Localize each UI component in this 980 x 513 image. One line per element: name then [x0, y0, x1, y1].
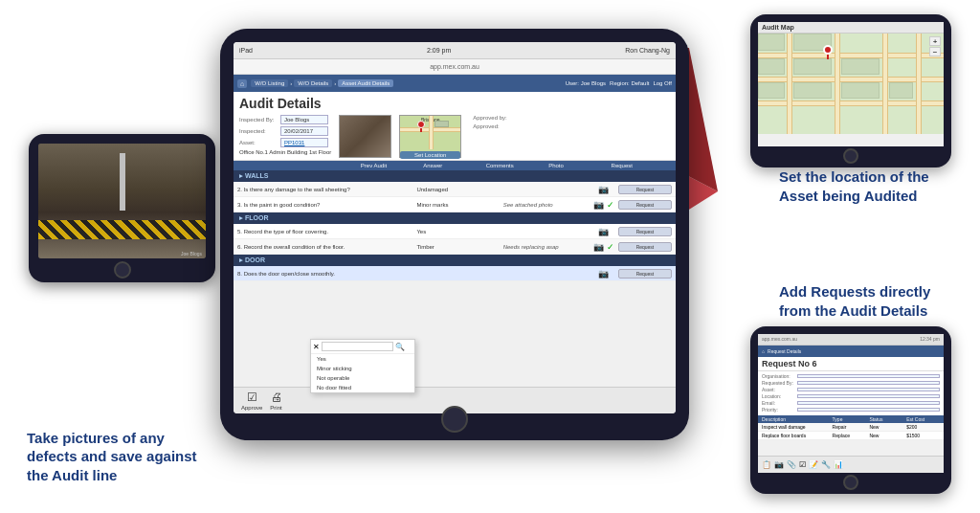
asset-map: Brisbane Set Location	[399, 115, 461, 158]
user-info: User: Joe Blogs	[566, 80, 606, 86]
tablet-request: app.mex.com.au 12:34 pm ⌂ Request Detail…	[750, 326, 951, 494]
camera-screen: Joe Blogs	[38, 144, 206, 258]
request-icon-6[interactable]: 🔧	[821, 460, 831, 469]
request-btn[interactable]: Request	[618, 227, 672, 236]
request-home-icon[interactable]: ⌂	[762, 348, 765, 354]
dropdown-option-not-operable[interactable]: Not operable	[311, 373, 414, 383]
request-tablet-home-button[interactable]	[843, 475, 858, 490]
map-title: Audit Map	[758, 22, 944, 33]
home-icon[interactable]: ⌂	[237, 79, 247, 88]
request-navbar: ⌂ Request Details	[758, 346, 944, 357]
request-icon-1[interactable]: 📋	[762, 460, 771, 469]
request-icon-7[interactable]: 📊	[834, 460, 843, 469]
request-btn[interactable]: Request	[618, 185, 672, 194]
section-walls: ▸ WALLS	[234, 170, 676, 182]
dropdown-option-yes[interactable]: Yes	[311, 354, 414, 364]
map-content: + −	[758, 33, 944, 134]
map-block	[793, 82, 832, 99]
field-asset: Asset: PP1031	[239, 138, 331, 147]
nav-bar: ⌂ W/O Listing › W/O Details › Asset Audi…	[234, 75, 676, 92]
dropdown-search-input[interactable]	[322, 342, 393, 351]
request-bottom-bar: 📋 📷 📎 ☑ 📝 🔧 📊	[758, 456, 944, 473]
request-table-row: Replace floor boards Replace New $1500	[758, 432, 944, 440]
page-title: Audit Details	[234, 92, 676, 113]
request-screen: app.mex.com.au 12:34 pm ⌂ Request Detail…	[758, 334, 944, 473]
search-icon[interactable]: 🔍	[395, 343, 405, 351]
field-inspected-by: Inspected By: Joe Blogs	[239, 115, 331, 124]
close-icon[interactable]: ✕	[313, 343, 320, 351]
map-screen: Audit Map	[758, 22, 944, 146]
table-row: 6. Record the overall condition of the f…	[234, 239, 676, 255]
approve-button[interactable]: ☑ Approve	[241, 390, 262, 411]
table-row: 5. Record the type of floor covering. Ye…	[234, 224, 676, 239]
region-info: Region: Default	[610, 80, 649, 86]
request-icon-4[interactable]: ☑	[799, 460, 806, 469]
request-icon-3[interactable]: 📎	[787, 460, 796, 469]
table-row: 3. Is the paint in good condition? Minor…	[234, 197, 676, 212]
request-btn[interactable]: Request	[618, 242, 672, 252]
print-button[interactable]: 🖨 Print	[270, 390, 281, 411]
zoom-in-button[interactable]: +	[929, 36, 941, 46]
logoff-link[interactable]: Log Off	[653, 80, 672, 86]
map-zoom-controls[interactable]: + −	[929, 36, 941, 56]
col-photo: Photo	[546, 163, 609, 168]
left-caption: Take pictures of any defects and save ag…	[27, 429, 204, 485]
map-block	[758, 82, 785, 99]
map-block	[758, 33, 785, 51]
pipe-visual	[120, 153, 125, 211]
map-location-pin	[823, 45, 833, 59]
asset-photo	[339, 115, 391, 158]
approve-icon: ☑	[247, 390, 257, 404]
camera-photo: Joe Blogs	[38, 144, 206, 258]
table-row: 8. Does the door open/close smoothly. 📷 …	[234, 266, 676, 281]
breadcrumb-wo-listing[interactable]: W/O Listing	[251, 79, 288, 87]
breadcrumb-wo-details[interactable]: W/O Details	[294, 79, 332, 87]
breadcrumb: W/O Listing › W/O Details › Asset Audit …	[251, 79, 393, 87]
request-icon-5[interactable]: 📝	[809, 460, 818, 469]
map-street	[787, 33, 792, 134]
tablet-map: Audit Map	[750, 14, 951, 167]
map-street	[916, 33, 922, 134]
status-bar: iPad 2:09 pm Ron Chang-Ng	[234, 42, 676, 59]
map-block	[889, 82, 913, 99]
dropdown-search[interactable]: ✕ 🔍	[311, 340, 414, 354]
print-icon: 🖨	[271, 390, 282, 404]
set-location-button[interactable]: Set Location	[400, 151, 460, 159]
dropdown-menu[interactable]: ✕ 🔍 Yes Minor sticking Not operable No d…	[310, 339, 415, 393]
map-block	[841, 82, 880, 99]
url-bar: app.mex.com.au	[234, 59, 676, 75]
col-request: Request	[610, 163, 672, 168]
url-text: app.mex.com.au	[430, 63, 479, 70]
form-fields: Inspected By: Joe Blogs Inspected: 20/02…	[239, 115, 331, 158]
request-field-asset: Asset:	[762, 387, 940, 392]
main-home-button[interactable]	[441, 406, 468, 433]
col-question	[237, 163, 359, 168]
tablet-home-button[interactable]	[114, 261, 131, 279]
request-title: Request No 6	[758, 357, 944, 371]
map-street	[882, 33, 888, 134]
field-inspected: Inspected: 20/02/2017	[239, 126, 331, 136]
request-btn[interactable]: Request	[618, 269, 672, 279]
dropdown-option-no-door[interactable]: No door fitted	[311, 383, 414, 392]
request-field-requested-by: Requested By:	[762, 380, 940, 386]
col-answer: Answer	[421, 163, 483, 168]
camera-watermark: Joe Blogs	[181, 251, 202, 256]
map-block	[793, 58, 832, 75]
request-btn[interactable]: Request	[618, 200, 672, 210]
tablet-main: iPad 2:09 pm Ron Chang-Ng app.mex.com.au…	[220, 29, 689, 440]
request-icon-2[interactable]: 📷	[774, 460, 784, 469]
hazard-stripe	[38, 220, 206, 239]
request-breadcrumb: Request Details	[768, 348, 801, 354]
map-tablet-home-button[interactable]	[843, 148, 858, 164]
map-block	[758, 58, 785, 75]
request-field-email: Email:	[762, 400, 940, 406]
col-comments: Comments	[484, 163, 546, 168]
request-field-org: Organisation:	[762, 373, 940, 379]
section-door: ▸ DOOR	[234, 255, 676, 266]
map-block	[841, 58, 880, 75]
zoom-out-button[interactable]: −	[929, 47, 941, 56]
breadcrumb-audit-details[interactable]: Asset Audit Details	[338, 79, 393, 87]
request-form: Organisation: Requested By: Asset: Locat…	[758, 371, 944, 415]
dropdown-option-minor[interactable]: Minor sticking	[311, 364, 414, 373]
approved-fields: Approved by: Approved:	[469, 115, 506, 158]
